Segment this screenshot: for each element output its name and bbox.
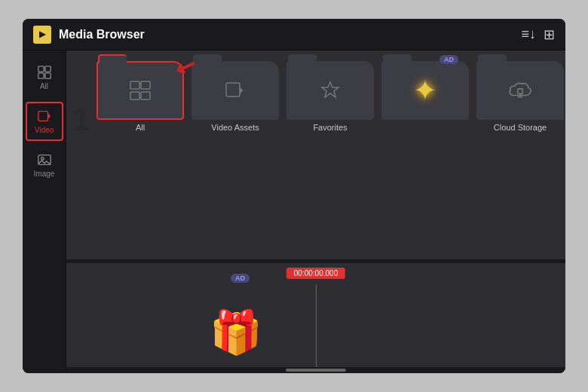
timeline-timecode: 00:00:00.000 xyxy=(286,268,345,279)
svg-point-7 xyxy=(41,157,44,160)
scrollbar-area[interactable] xyxy=(66,367,565,373)
svg-rect-8 xyxy=(130,81,139,89)
svg-rect-15 xyxy=(518,89,523,94)
top-bar-title: Media Browser xyxy=(59,28,513,41)
svg-marker-5 xyxy=(47,113,51,118)
svg-rect-1 xyxy=(44,66,50,72)
app-window: ▶ Media Browser ≡↓ ⊞ All xyxy=(23,19,565,373)
sidebar-item-all-label: All xyxy=(40,82,48,90)
main-content: 1 ↙ xyxy=(66,51,565,373)
svg-rect-9 xyxy=(141,81,150,89)
list-view-icon[interactable]: ≡↓ xyxy=(521,26,536,42)
svg-rect-2 xyxy=(38,73,43,78)
svg-rect-3 xyxy=(44,73,50,78)
folder-cloud-storage-label: Cloud Storage xyxy=(494,123,547,132)
svg-rect-4 xyxy=(38,112,47,121)
folder-video-assets-label: Video Assets xyxy=(211,123,259,132)
folder-grid: All Video Assets xyxy=(96,61,553,133)
svg-rect-11 xyxy=(141,92,150,100)
grid-view-icon[interactable]: ⊞ xyxy=(544,26,555,43)
svg-rect-12 xyxy=(226,83,240,96)
timeline-ad-badge: AD xyxy=(231,274,250,283)
svg-marker-13 xyxy=(240,87,243,94)
folder-cloud-storage[interactable]: Cloud Storage xyxy=(476,61,564,132)
top-bar: ▶ Media Browser ≡↓ ⊞ xyxy=(23,19,565,51)
media-browser-content: All Video Assets xyxy=(66,51,565,259)
ad-badge-folder: AD xyxy=(439,55,458,64)
sidebar-item-image-label: Image xyxy=(34,170,55,178)
timeline-area: 00:00:00.000 AD 🎁 xyxy=(66,263,565,367)
folder-ad-star[interactable]: AD ✦ xyxy=(381,61,469,133)
folder-all[interactable]: All xyxy=(96,61,184,132)
sidebar-item-video[interactable]: Video xyxy=(26,102,63,141)
sidebar-item-all[interactable]: All xyxy=(26,58,63,97)
media-browser-icon: ▶ xyxy=(33,26,51,44)
treasure-chest-asset: 🎁 xyxy=(210,311,262,354)
svg-marker-14 xyxy=(322,82,338,97)
svg-rect-0 xyxy=(38,66,43,72)
folder-favorites-label: Favorites xyxy=(313,123,347,132)
left-sidebar: All Video Image xyxy=(23,51,66,373)
folder-favorites[interactable]: Favorites xyxy=(286,61,374,132)
folder-all-label: All xyxy=(136,123,145,132)
timeline-playhead xyxy=(316,284,317,367)
scrollbar-thumb[interactable] xyxy=(286,369,346,372)
svg-rect-10 xyxy=(130,92,139,100)
sidebar-item-video-label: Video xyxy=(35,126,54,134)
sidebar-item-image[interactable]: Image xyxy=(26,145,63,185)
folder-video-assets[interactable]: Video Assets xyxy=(191,61,279,132)
